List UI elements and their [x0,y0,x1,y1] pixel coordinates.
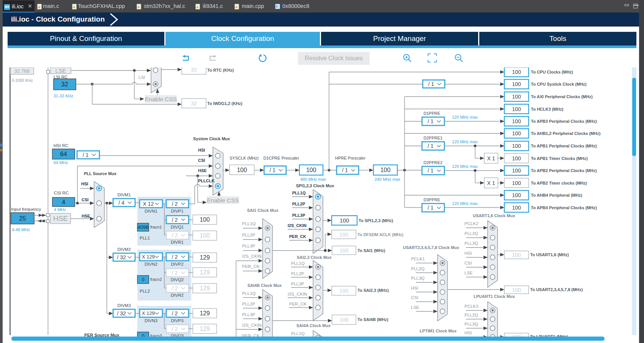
svg-text:PLL3Q: PLL3Q [411,276,425,280]
svg-text:PLL2P: PLL2P [292,202,305,206]
svg-text:Input frequency: Input frequency [11,207,41,211]
svg-text:100: 100 [340,317,349,323]
svg-text:HSE: HSE [82,214,90,218]
svg-text:DIVM3: DIVM3 [117,303,131,308]
svg-text:PLL3P: PLL3P [242,244,255,248]
svg-text:PLL3P: PLL3P [242,312,255,317]
svg-text:120 MHz max: 120 MHz max [452,115,478,119]
svg-text:To HCLK3 (MHz): To HCLK3 (MHz) [531,107,564,111]
svg-text:32.768: 32.768 [14,68,30,74]
svg-text:120 MHz max: 120 MHz max [452,201,478,206]
svg-text:SAI2,3 Clock Mux: SAI2,3 Clock Mux [297,255,332,260]
svg-text:DIVP2: DIVP2 [171,262,183,266]
svg-text:DIVR1: DIVR1 [171,240,184,244]
svg-text:PLL2: PLL2 [140,289,150,293]
svg-text:100: 100 [512,252,521,258]
svg-text:To APB4 Peripheral Clocks (MHz: To APB4 Peripheral Clocks (MHz) [531,205,597,210]
svg-text:D3PPRE: D3PPRE [424,197,440,202]
svg-text:SYSCLK (MHz): SYSCLK (MHz) [230,156,258,160]
svg-text:0: 0 [142,277,145,282]
svg-text:129: 129 [200,254,210,261]
svg-text:SAI1 Clock Mux: SAI1 Clock Mux [247,208,279,213]
svg-text:/ 32: / 32 [117,310,126,316]
svg-text:To USART2,3,4,5,7,8 (MHz): To USART2,3,4,5,7,8 (MHz) [530,287,583,292]
svg-text:240 MHz max: 240 MHz max [375,177,400,182]
svg-text:DIVQ2: DIVQ2 [171,277,184,282]
svg-text:HSI: HSI [464,251,472,255]
svg-text:Enable CSS: Enable CSS [145,96,177,102]
svg-text:100: 100 [512,192,521,198]
svg-text:32: 32 [191,100,197,107]
svg-text:HSI: HSI [411,286,418,290]
svg-text:CSI: CSI [411,295,418,300]
svg-text:DIVN3: DIVN3 [145,318,157,323]
svg-text:DIVM1: DIVM1 [117,193,131,197]
svg-text:PCLK3: PCLK3 [464,304,478,309]
svg-text:4: 4 [62,199,65,205]
svg-text:D2PPRE2: D2PPRE2 [424,160,442,165]
svg-text:LSE: LSE [55,67,66,74]
svg-text:/ 1: / 1 [428,168,434,174]
svg-text:To SAI2,3 (MHz): To SAI2,3 (MHz) [357,288,389,293]
svg-text:I2S_CKIN: I2S_CKIN [242,254,261,258]
svg-text:64: 64 [60,151,67,157]
svg-text:/ 1: / 1 [269,167,276,173]
svg-text:HPRE Prescaler: HPRE Prescaler [335,156,365,160]
svg-text:SAI4A Clock Mux: SAI4A Clock Mux [296,323,331,328]
svg-text:LSI: LSI [139,75,145,80]
svg-text:DIVN1: DIVN1 [145,209,157,213]
svg-text:I2S_CKIN: I2S_CKIN [288,292,307,296]
svg-text:LSE: LSE [411,305,419,310]
svg-text:25: 25 [19,215,26,222]
svg-text:100: 100 [380,167,390,173]
svg-text:To SAI4B (MHz): To SAI4B (MHz) [357,317,388,322]
svg-text:CSI: CSI [198,158,205,163]
svg-text:PLLCLK: PLLCLK [198,179,214,183]
svg-text:USART2,3,4,5,7,8 Clock Mux: USART2,3,4,5,7,8 Clock Mux [403,245,460,250]
svg-text:/ 1: / 1 [342,167,348,173]
svg-text:SPI1,2,3 Clock Mux: SPI1,2,3 Clock Mux [296,183,334,188]
svg-text:PCLK2: PCLK2 [464,221,478,226]
svg-text:100: 100 [306,167,316,173]
svg-text:X 12: X 12 [143,201,154,207]
svg-text:100: 100 [512,81,521,87]
svg-text:HSE: HSE [53,215,68,222]
svg-text:To AHB4 Peripheral (MHz): To AHB4 Peripheral (MHz) [531,193,582,197]
svg-text:To AXI Peripheral Clocks (MHz): To AXI Peripheral Clocks (MHz) [531,94,593,99]
svg-text:D1CPRE Prescaler: D1CPRE Prescaler [263,156,299,160]
svg-text:100: 100 [512,205,521,211]
svg-text:D2PPRE1: D2PPRE1 [424,136,442,140]
svg-text:/ 2: / 2 [172,217,178,223]
svg-text:PLL3P: PLL3P [291,282,304,286]
svg-text:PLL1Q: PLL1Q [242,291,256,296]
svg-text:PER_CK: PER_CK [289,234,306,239]
svg-text:PLL1Q: PLL1Q [292,191,306,195]
svg-text:To APB2 Peripheral Clocks (MHz: To APB2 Peripheral Clocks (MHz) [531,168,597,173]
svg-text:Enable CSS: Enable CSS [207,197,239,204]
svg-text:PER_CK: PER_CK [242,264,260,269]
svg-text:PLL1Q: PLL1Q [291,261,305,266]
svg-text:LSE: LSE [464,271,473,275]
svg-text:X 1: X 1 [487,155,495,161]
svg-text:PER_CK: PER_CK [289,302,307,306]
svg-text:100: 100 [340,217,349,224]
svg-text:4096: 4096 [138,224,149,230]
svg-text:100: 100 [237,167,247,173]
svg-text:CSI: CSI [82,197,88,202]
svg-text:/ 4: / 4 [118,200,124,206]
svg-text:To APB3 Peripheral Clocks (MHz: To APB3 Peripheral Clocks (MHz) [531,119,597,124]
svg-text:129: 129 [200,269,210,276]
svg-text:X 129: X 129 [142,254,155,260]
svg-text:/ 2: / 2 [172,326,178,332]
svg-text:DIVM2: DIVM2 [117,247,131,252]
svg-text:PLL2Q: PLL2Q [411,266,425,271]
svg-text:LPUART1 Clock Mux: LPUART1 Clock Mux [474,294,515,299]
svg-text:PCLK1: PCLK1 [411,257,425,261]
svg-text:/ 2: / 2 [172,232,178,238]
svg-text:100: 100 [200,232,210,239]
svg-text:/ 2: / 2 [172,254,178,260]
svg-text:31-32 KHz: 31-32 KHz [54,94,73,98]
svg-text:X 1: X 1 [487,180,495,186]
svg-text:PLL3Q: PLL3Q [464,241,478,246]
svg-text:129: 129 [200,310,210,316]
